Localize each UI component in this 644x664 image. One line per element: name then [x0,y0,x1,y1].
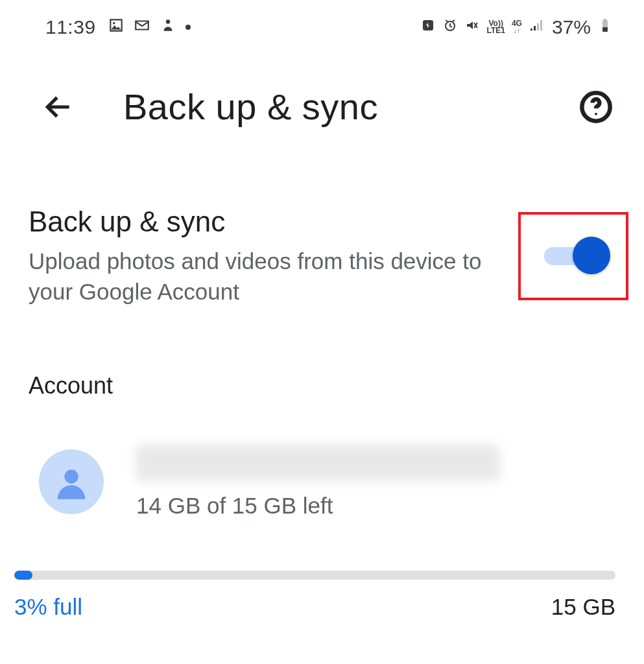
page-title: Back up & sync [78,86,577,128]
svg-point-1 [165,19,170,23]
help-button[interactable] [577,88,615,126]
person-notification-icon [160,16,176,38]
backup-sync-toggle[interactable] [544,237,609,276]
svg-rect-6 [602,27,608,32]
status-bar-left: 11:39 [45,16,191,38]
account-avatar [39,449,104,514]
status-clock: 11:39 [45,16,96,38]
toggle-thumb [573,237,610,274]
status-bar: 11:39 Vo)) LTE1 4G ↓↑ [0,0,644,40]
account-storage-left: 14 GB of 15 GB left [136,493,615,519]
svg-point-9 [64,469,78,483]
storage-usage-block: 3% full 15 GB [0,519,644,620]
storage-progress-fill [14,571,32,580]
network-type-indicator: 4G ↓↑ [512,20,522,34]
svg-rect-5 [604,19,606,21]
account-row[interactable]: 14 GB of 15 GB left [0,399,644,519]
backup-sync-title: Back up & sync [29,206,505,238]
back-arrow-icon [42,91,75,123]
app-bar: Back up & sync [0,40,644,154]
help-icon [579,90,613,124]
gmail-icon [134,16,150,38]
mute-vibrate-icon [464,17,480,38]
data-saver-icon [420,17,436,38]
highlight-annotation-box [518,212,628,300]
storage-total: 15 GB [551,594,615,620]
backup-sync-subtitle: Upload photos and videos from this devic… [29,246,505,307]
battery-percentage: 37% [552,16,591,38]
account-section-label: Account [0,307,644,399]
status-bar-right: Vo)) LTE1 4G ↓↑ 37% [420,16,613,38]
more-notifications-icon [185,25,191,30]
svg-point-8 [595,112,597,115]
account-email-redacted [136,445,499,481]
signal-icon [529,17,544,38]
backup-sync-setting-row[interactable]: Back up & sync Upload photos and videos … [0,154,644,307]
storage-progress-bar [14,571,615,580]
volte-indicator: Vo)) LTE1 [486,20,505,34]
alarm-icon [442,17,458,38]
avatar-person-icon [51,461,92,503]
battery-icon [597,17,613,38]
storage-percent-full: 3% full [14,594,82,620]
svg-point-0 [113,22,115,24]
image-icon [108,16,125,38]
back-button[interactable] [39,88,78,126]
